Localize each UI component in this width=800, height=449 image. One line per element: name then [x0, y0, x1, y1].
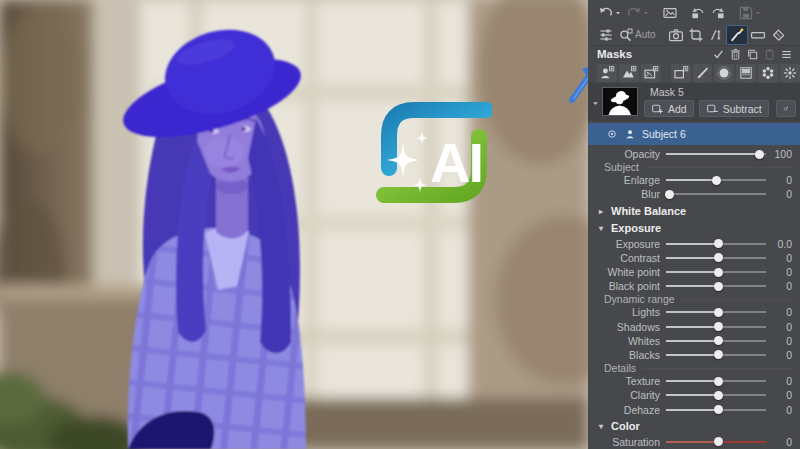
undo-button[interactable] — [596, 3, 624, 23]
mask-tool-radial-button[interactable] — [714, 64, 734, 82]
shadows-slider-knob[interactable] — [714, 322, 723, 331]
lights-label: Lights — [594, 306, 666, 318]
masks-panel-title: Masks — [597, 48, 632, 60]
retouch-icon — [729, 27, 745, 43]
undo-icon — [598, 5, 614, 21]
add-to-mask-button[interactable]: Add — [644, 100, 694, 117]
straighten-button[interactable] — [706, 25, 726, 45]
clarity-slider-knob[interactable] — [714, 391, 723, 400]
crop-button[interactable] — [686, 25, 706, 45]
dehaze-slider-track[interactable] — [666, 403, 766, 417]
saturation-slider-track[interactable] — [666, 435, 766, 449]
opacity-slider-track[interactable] — [666, 147, 766, 161]
mask-tool-linear-button[interactable] — [736, 64, 756, 82]
black-point-value: 0 — [766, 280, 792, 292]
dehaze-track-fill — [666, 409, 718, 411]
subject-layer-row[interactable]: Subject 6 — [588, 123, 800, 145]
menu-button[interactable] — [780, 47, 793, 61]
trash-button[interactable] — [729, 47, 742, 61]
contrast-slider-track[interactable] — [666, 251, 766, 265]
eraser-button[interactable] — [768, 25, 788, 45]
section-header-color[interactable]: ▾Color — [588, 419, 800, 434]
rotate-left-button[interactable] — [688, 3, 708, 23]
compare-image-icon — [662, 5, 678, 21]
straighten-icon — [708, 27, 724, 43]
mask-tool-subject-button[interactable] — [597, 64, 617, 82]
compare-image-button[interactable] — [660, 3, 680, 23]
mask-tool-bg-button[interactable] — [641, 64, 661, 82]
save-button[interactable] — [736, 3, 764, 23]
exposure-slider-track[interactable] — [666, 237, 766, 251]
clarity-slider-row: Clarity0 — [588, 388, 800, 402]
enlarge-slider-knob[interactable] — [712, 176, 721, 185]
retouch-button[interactable] — [726, 25, 748, 45]
rotate-right-icon — [710, 5, 726, 21]
mask-tool-shape-button[interactable] — [671, 64, 691, 82]
mask-thumbnail[interactable] — [602, 87, 638, 116]
texture-slider-track[interactable] — [666, 374, 766, 388]
blur-slider-track[interactable] — [666, 187, 766, 201]
clarity-slider-track[interactable] — [666, 388, 766, 402]
blur-slider-knob[interactable] — [665, 190, 674, 199]
redo-icon — [626, 5, 642, 21]
check-icon — [712, 48, 725, 61]
shadows-slider-track[interactable] — [666, 320, 766, 334]
paste-button[interactable] — [763, 47, 776, 61]
refine-mask-button[interactable] — [776, 100, 796, 117]
camera-icon — [668, 27, 684, 43]
mask-tool-brush-button[interactable] — [693, 64, 713, 82]
blacks-slider-row: Blacks0 — [588, 348, 800, 362]
duplicate-button[interactable] — [746, 47, 759, 61]
section-header-white-balance[interactable]: ▸White Balance — [588, 204, 800, 219]
photo-canvas[interactable] — [0, 0, 588, 449]
white-point-slider-track[interactable] — [666, 265, 766, 279]
saturation-slider-knob[interactable] — [714, 437, 723, 446]
check-button[interactable] — [712, 47, 725, 61]
zoom-auto-button[interactable]: Auto — [616, 25, 658, 45]
exposure-label: Exposure — [594, 238, 666, 250]
contrast-slider-knob[interactable] — [714, 253, 723, 262]
color-header-label: Color — [611, 420, 640, 432]
panorama-button[interactable] — [748, 25, 768, 45]
mask-item[interactable]: Mask 5 Add Subtract — [588, 84, 800, 121]
m-sun-icon — [782, 65, 798, 81]
enlarge-slider-track[interactable] — [666, 173, 766, 187]
m-subject-icon — [599, 65, 615, 81]
black-point-slider-track[interactable] — [666, 279, 766, 293]
texture-slider-knob[interactable] — [714, 377, 723, 386]
expand-triangle-icon[interactable]: ▸ — [597, 207, 605, 216]
solo-target-icon[interactable] — [606, 128, 618, 140]
whites-slider-track[interactable] — [666, 334, 766, 348]
black-point-slider-row: Black point0 — [588, 279, 800, 293]
exposure-slider-row: Exposure0.0 — [588, 237, 800, 251]
subtract-from-mask-button[interactable]: Subtract — [699, 100, 769, 117]
rotate-right-button[interactable] — [708, 3, 728, 23]
white-point-slider-knob[interactable] — [714, 268, 723, 277]
tune-button[interactable] — [596, 25, 616, 45]
ai-feature-logo: AI — [376, 97, 492, 207]
section-header-exposure[interactable]: ▾Exposure — [588, 221, 800, 236]
opacity-slider-knob[interactable] — [755, 150, 764, 159]
black-point-slider-knob[interactable] — [714, 282, 723, 291]
masks-panel-header: Masks — [588, 46, 800, 62]
collapse-triangle-icon[interactable]: ▾ — [597, 224, 605, 233]
contrast-track-fill — [666, 257, 718, 259]
mask-tool-wheel-button[interactable] — [758, 64, 778, 82]
m-shape-icon — [673, 65, 689, 81]
camera-button[interactable] — [666, 25, 686, 45]
white-point-slider-row: White point0 — [588, 265, 800, 279]
dehaze-slider-knob[interactable] — [714, 405, 723, 414]
lights-slider-track[interactable] — [666, 305, 766, 319]
exposure-slider-knob[interactable] — [714, 239, 723, 248]
mask-collapse-caret-icon[interactable] — [591, 99, 600, 108]
group-divider — [682, 299, 792, 300]
redo-button[interactable] — [624, 3, 652, 23]
whites-slider-knob[interactable] — [714, 336, 723, 345]
blacks-slider-track[interactable] — [666, 348, 766, 362]
collapse-triangle-icon[interactable]: ▾ — [597, 422, 605, 431]
lights-slider-knob[interactable] — [714, 308, 723, 317]
mask-tool-sky-button[interactable] — [619, 64, 639, 82]
blacks-slider-knob[interactable] — [714, 350, 723, 359]
mask-tool-sun-button[interactable] — [780, 64, 800, 82]
menu-icon — [780, 48, 793, 61]
